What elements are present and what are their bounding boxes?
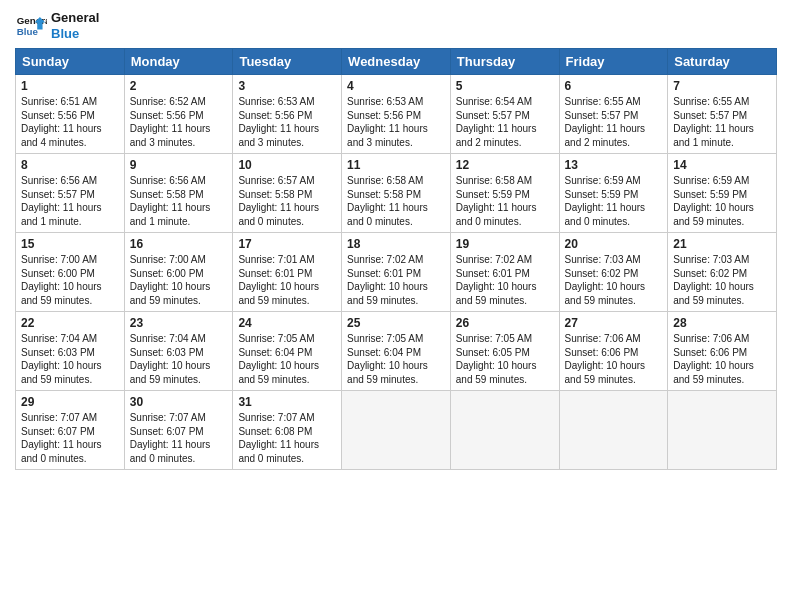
calendar-day-cell: 13Sunrise: 6:59 AMSunset: 5:59 PMDayligh… <box>559 154 668 233</box>
day-number: 26 <box>456 316 554 330</box>
day-info: Sunrise: 7:05 AMSunset: 6:05 PMDaylight:… <box>456 332 554 386</box>
day-info: Sunrise: 6:55 AMSunset: 5:57 PMDaylight:… <box>565 95 663 149</box>
day-number: 2 <box>130 79 228 93</box>
calendar-week-row: 1Sunrise: 6:51 AMSunset: 5:56 PMDaylight… <box>16 75 777 154</box>
calendar-day-cell <box>450 391 559 470</box>
day-info: Sunrise: 7:01 AMSunset: 6:01 PMDaylight:… <box>238 253 336 307</box>
day-number: 4 <box>347 79 445 93</box>
calendar-day-cell: 20Sunrise: 7:03 AMSunset: 6:02 PMDayligh… <box>559 233 668 312</box>
day-number: 27 <box>565 316 663 330</box>
day-number: 6 <box>565 79 663 93</box>
day-info: Sunrise: 6:59 AMSunset: 5:59 PMDaylight:… <box>673 174 771 228</box>
calendar-week-row: 22Sunrise: 7:04 AMSunset: 6:03 PMDayligh… <box>16 312 777 391</box>
day-info: Sunrise: 6:58 AMSunset: 5:58 PMDaylight:… <box>347 174 445 228</box>
day-info: Sunrise: 7:06 AMSunset: 6:06 PMDaylight:… <box>565 332 663 386</box>
calendar-day-cell: 9Sunrise: 6:56 AMSunset: 5:58 PMDaylight… <box>124 154 233 233</box>
calendar-day-header: Thursday <box>450 49 559 75</box>
day-number: 19 <box>456 237 554 251</box>
calendar-day-cell: 10Sunrise: 6:57 AMSunset: 5:58 PMDayligh… <box>233 154 342 233</box>
day-info: Sunrise: 7:07 AMSunset: 6:07 PMDaylight:… <box>130 411 228 465</box>
logo-icon: General Blue <box>15 10 47 42</box>
day-info: Sunrise: 7:05 AMSunset: 6:04 PMDaylight:… <box>238 332 336 386</box>
calendar-day-cell: 1Sunrise: 6:51 AMSunset: 5:56 PMDaylight… <box>16 75 125 154</box>
day-info: Sunrise: 6:55 AMSunset: 5:57 PMDaylight:… <box>673 95 771 149</box>
calendar-week-row: 8Sunrise: 6:56 AMSunset: 5:57 PMDaylight… <box>16 154 777 233</box>
day-number: 15 <box>21 237 119 251</box>
day-info: Sunrise: 6:56 AMSunset: 5:58 PMDaylight:… <box>130 174 228 228</box>
day-info: Sunrise: 7:03 AMSunset: 6:02 PMDaylight:… <box>673 253 771 307</box>
day-number: 22 <box>21 316 119 330</box>
day-number: 12 <box>456 158 554 172</box>
day-number: 8 <box>21 158 119 172</box>
day-number: 24 <box>238 316 336 330</box>
day-info: Sunrise: 7:02 AMSunset: 6:01 PMDaylight:… <box>347 253 445 307</box>
day-number: 16 <box>130 237 228 251</box>
calendar-table: SundayMondayTuesdayWednesdayThursdayFrid… <box>15 48 777 470</box>
day-number: 30 <box>130 395 228 409</box>
calendar-day-cell: 24Sunrise: 7:05 AMSunset: 6:04 PMDayligh… <box>233 312 342 391</box>
day-info: Sunrise: 6:51 AMSunset: 5:56 PMDaylight:… <box>21 95 119 149</box>
day-number: 3 <box>238 79 336 93</box>
day-info: Sunrise: 6:58 AMSunset: 5:59 PMDaylight:… <box>456 174 554 228</box>
day-info: Sunrise: 7:03 AMSunset: 6:02 PMDaylight:… <box>565 253 663 307</box>
day-info: Sunrise: 7:02 AMSunset: 6:01 PMDaylight:… <box>456 253 554 307</box>
calendar-week-row: 15Sunrise: 7:00 AMSunset: 6:00 PMDayligh… <box>16 233 777 312</box>
calendar-day-cell: 29Sunrise: 7:07 AMSunset: 6:07 PMDayligh… <box>16 391 125 470</box>
calendar-day-cell <box>342 391 451 470</box>
day-info: Sunrise: 6:54 AMSunset: 5:57 PMDaylight:… <box>456 95 554 149</box>
calendar-day-cell: 23Sunrise: 7:04 AMSunset: 6:03 PMDayligh… <box>124 312 233 391</box>
day-number: 23 <box>130 316 228 330</box>
logo: General Blue General Blue <box>15 10 99 42</box>
day-info: Sunrise: 7:07 AMSunset: 6:07 PMDaylight:… <box>21 411 119 465</box>
calendar-day-cell: 30Sunrise: 7:07 AMSunset: 6:07 PMDayligh… <box>124 391 233 470</box>
calendar-day-cell: 7Sunrise: 6:55 AMSunset: 5:57 PMDaylight… <box>668 75 777 154</box>
calendar-day-cell: 2Sunrise: 6:52 AMSunset: 5:56 PMDaylight… <box>124 75 233 154</box>
calendar-header-row: SundayMondayTuesdayWednesdayThursdayFrid… <box>16 49 777 75</box>
day-info: Sunrise: 7:00 AMSunset: 6:00 PMDaylight:… <box>21 253 119 307</box>
calendar-day-cell: 15Sunrise: 7:00 AMSunset: 6:00 PMDayligh… <box>16 233 125 312</box>
calendar-day-cell: 17Sunrise: 7:01 AMSunset: 6:01 PMDayligh… <box>233 233 342 312</box>
day-info: Sunrise: 7:06 AMSunset: 6:06 PMDaylight:… <box>673 332 771 386</box>
calendar-day-cell: 4Sunrise: 6:53 AMSunset: 5:56 PMDaylight… <box>342 75 451 154</box>
calendar-day-cell: 18Sunrise: 7:02 AMSunset: 6:01 PMDayligh… <box>342 233 451 312</box>
day-number: 1 <box>21 79 119 93</box>
calendar-day-cell: 8Sunrise: 6:56 AMSunset: 5:57 PMDaylight… <box>16 154 125 233</box>
day-info: Sunrise: 6:53 AMSunset: 5:56 PMDaylight:… <box>238 95 336 149</box>
day-info: Sunrise: 6:57 AMSunset: 5:58 PMDaylight:… <box>238 174 336 228</box>
calendar-week-row: 29Sunrise: 7:07 AMSunset: 6:07 PMDayligh… <box>16 391 777 470</box>
page-header: General Blue General Blue <box>15 10 777 42</box>
calendar-day-cell: 3Sunrise: 6:53 AMSunset: 5:56 PMDaylight… <box>233 75 342 154</box>
calendar-day-header: Wednesday <box>342 49 451 75</box>
day-info: Sunrise: 6:56 AMSunset: 5:57 PMDaylight:… <box>21 174 119 228</box>
calendar-day-cell: 21Sunrise: 7:03 AMSunset: 6:02 PMDayligh… <box>668 233 777 312</box>
calendar-day-cell: 14Sunrise: 6:59 AMSunset: 5:59 PMDayligh… <box>668 154 777 233</box>
calendar-day-header: Friday <box>559 49 668 75</box>
calendar-day-cell: 6Sunrise: 6:55 AMSunset: 5:57 PMDaylight… <box>559 75 668 154</box>
svg-text:Blue: Blue <box>17 26 39 37</box>
calendar-day-cell: 28Sunrise: 7:06 AMSunset: 6:06 PMDayligh… <box>668 312 777 391</box>
calendar-day-cell: 27Sunrise: 7:06 AMSunset: 6:06 PMDayligh… <box>559 312 668 391</box>
day-info: Sunrise: 7:05 AMSunset: 6:04 PMDaylight:… <box>347 332 445 386</box>
calendar-day-cell: 11Sunrise: 6:58 AMSunset: 5:58 PMDayligh… <box>342 154 451 233</box>
day-number: 5 <box>456 79 554 93</box>
day-info: Sunrise: 7:00 AMSunset: 6:00 PMDaylight:… <box>130 253 228 307</box>
calendar-day-cell: 12Sunrise: 6:58 AMSunset: 5:59 PMDayligh… <box>450 154 559 233</box>
day-info: Sunrise: 7:07 AMSunset: 6:08 PMDaylight:… <box>238 411 336 465</box>
day-number: 18 <box>347 237 445 251</box>
calendar-day-cell: 25Sunrise: 7:05 AMSunset: 6:04 PMDayligh… <box>342 312 451 391</box>
calendar-day-header: Monday <box>124 49 233 75</box>
calendar-day-cell: 26Sunrise: 7:05 AMSunset: 6:05 PMDayligh… <box>450 312 559 391</box>
calendar-day-cell: 5Sunrise: 6:54 AMSunset: 5:57 PMDaylight… <box>450 75 559 154</box>
day-info: Sunrise: 7:04 AMSunset: 6:03 PMDaylight:… <box>21 332 119 386</box>
logo-text: General Blue <box>51 10 99 41</box>
day-number: 9 <box>130 158 228 172</box>
day-number: 20 <box>565 237 663 251</box>
day-number: 13 <box>565 158 663 172</box>
calendar-day-header: Sunday <box>16 49 125 75</box>
day-number: 28 <box>673 316 771 330</box>
calendar-day-header: Tuesday <box>233 49 342 75</box>
day-number: 10 <box>238 158 336 172</box>
day-number: 21 <box>673 237 771 251</box>
day-info: Sunrise: 6:52 AMSunset: 5:56 PMDaylight:… <box>130 95 228 149</box>
day-number: 29 <box>21 395 119 409</box>
